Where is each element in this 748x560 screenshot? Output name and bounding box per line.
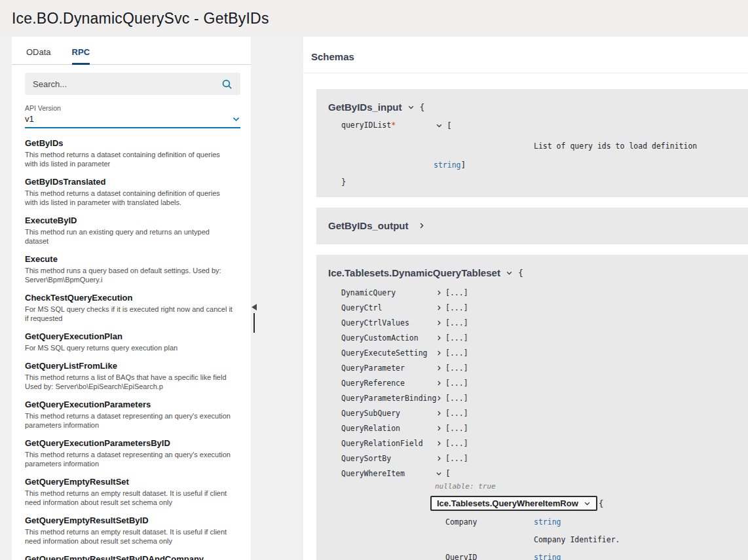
- method-description: This method returns a dataset containing…: [25, 189, 234, 207]
- tab-odata[interactable]: OData: [26, 47, 51, 64]
- tableset-field-row: QueryCtrl [...]: [341, 300, 736, 315]
- chevron-down-icon[interactable]: [584, 500, 591, 507]
- chevron-down-icon[interactable]: [407, 103, 415, 111]
- array-open-bracket: [: [445, 468, 451, 478]
- collapsed-value: [...]: [445, 348, 468, 358]
- collapsed-value: [...]: [445, 379, 468, 388]
- method-item-getbyidstranslated[interactable]: GetByIDsTranslated This method returns a…: [25, 177, 239, 207]
- property-row-queryid: QueryID string: [445, 551, 736, 560]
- search-icon[interactable]: [221, 79, 233, 90]
- method-name[interactable]: GetQueryListFromLike: [25, 361, 239, 371]
- app-header: Ice.BO.DynamicQuerySvc - GetByIDs: [0, 0, 748, 37]
- chevron-right-icon[interactable]: [418, 222, 425, 229]
- property-name: QueryID: [445, 553, 534, 560]
- method-item-getqueryemptyresultsetbyidandcompany[interactable]: GetQueryEmptyResultSetByIDAndCompany Thi…: [25, 554, 239, 560]
- chevron-down-icon[interactable]: [436, 122, 443, 129]
- page-title: Ice.BO.DynamicQuerySvc - GetByIDs: [12, 10, 269, 28]
- chevron-right-icon[interactable]: [436, 455, 442, 462]
- chevron-right-icon[interactable]: [436, 440, 442, 447]
- chevron-right-icon[interactable]: [436, 365, 442, 371]
- row-type-selected-value: Ice.Tablesets.QueryWhereItemRow: [437, 498, 578, 508]
- chevron-down-icon[interactable]: [506, 269, 513, 276]
- method-item-execute[interactable]: Execute This method runs a query based o…: [25, 254, 239, 284]
- method-item-getqueryexecutionplan[interactable]: GetQueryExecutionPlan For MS SQL query r…: [25, 331, 239, 352]
- tableset-field-row: QueryReference [...]: [341, 375, 736, 390]
- method-item-getqueryemptyresultset[interactable]: GetQueryEmptyResultSet This method retur…: [25, 477, 239, 507]
- type-string: string: [434, 160, 461, 170]
- field-description: List of query ids to load definition: [534, 141, 736, 151]
- schema-title-getbyids-output[interactable]: GetByIDs_output: [328, 220, 409, 231]
- chevron-right-icon[interactable]: [436, 335, 442, 341]
- collapsed-value: [...]: [445, 303, 468, 312]
- chevron-right-icon[interactable]: [436, 350, 442, 356]
- method-description: This method returns a dataset containing…: [25, 150, 234, 168]
- method-list: GetByIDs This method returns a dataset c…: [12, 128, 251, 560]
- chevron-right-icon[interactable]: [436, 395, 442, 401]
- chevron-right-icon[interactable]: [436, 289, 442, 296]
- collapsed-value: [...]: [445, 439, 468, 448]
- api-version-label: API Version: [25, 104, 240, 112]
- panel-splitter[interactable]: [252, 304, 257, 333]
- method-name[interactable]: GetQueryEmptyResultSetByIDAndCompany: [25, 554, 239, 560]
- method-item-getqueryemptyresultsetbyid[interactable]: GetQueryEmptyResultSetByID This method r…: [25, 515, 239, 546]
- collapsed-value: [...]: [445, 333, 468, 343]
- tableset-field-row: QuerySortBy [...]: [341, 451, 736, 466]
- tableset-field-row: QueryRelation [...]: [341, 420, 736, 436]
- chevron-down-icon[interactable]: [232, 115, 240, 123]
- chevron-down-icon[interactable]: [436, 470, 442, 477]
- method-item-executebyid[interactable]: ExecuteByID This method run an existing …: [25, 215, 239, 246]
- chevron-right-icon[interactable]: [436, 320, 442, 326]
- nullable-note: nullable: true: [435, 482, 736, 494]
- method-description: This method runs a query based on defaul…: [25, 266, 234, 284]
- tab-rpc[interactable]: RPC: [72, 47, 90, 65]
- panel-gap: [251, 37, 303, 560]
- method-item-getbyids[interactable]: GetByIDs This method returns a dataset c…: [25, 138, 239, 168]
- field-name: QueryExecuteSetting: [341, 348, 436, 358]
- method-item-getquerylistfromlike[interactable]: GetQueryListFromLike This method returns…: [25, 361, 239, 391]
- field-name: QueryRelation: [341, 424, 436, 433]
- chevron-right-icon[interactable]: [436, 425, 442, 432]
- tableset-field-row: DynamicQuery [...]: [341, 285, 736, 300]
- chevron-right-icon[interactable]: [436, 380, 442, 386]
- method-description: This method returns a list of BAQs that …: [25, 373, 234, 391]
- method-name[interactable]: CheckTestQueryExecution: [25, 293, 239, 303]
- method-name[interactable]: GetQueryEmptyResultSetByID: [25, 515, 239, 525]
- collapse-left-icon: [252, 304, 257, 310]
- method-name[interactable]: GetQueryEmptyResultSet: [25, 477, 239, 487]
- method-item-checktestqueryexecution[interactable]: CheckTestQueryExecution For MS SQL query…: [25, 293, 239, 323]
- method-name[interactable]: GetQueryExecutionPlan: [25, 331, 239, 341]
- field-name: QueryParameter: [341, 364, 436, 373]
- required-asterisk: *: [391, 121, 396, 130]
- schema-title-getbyids-input[interactable]: GetByIDs_input: [328, 102, 402, 113]
- tableset-field-row: QueryExecuteSetting [...]: [341, 345, 736, 360]
- collapsed-value: [...]: [445, 409, 468, 418]
- chevron-right-icon[interactable]: [436, 305, 442, 311]
- field-name: DynamicQuery: [341, 288, 436, 297]
- sidebar: OData RPC API Version v1 GetByIDs This m…: [12, 37, 251, 560]
- array-close-bracket: ]: [461, 160, 466, 170]
- schema-box-getbyids-input: GetByIDs_input { queryIDList* [ List of …: [316, 89, 748, 197]
- search-box[interactable]: [25, 73, 240, 95]
- splitter-bar[interactable]: [253, 313, 255, 333]
- method-name[interactable]: Execute: [25, 254, 239, 264]
- api-version-select[interactable]: API Version v1: [25, 104, 240, 128]
- property-row-company: Company string: [445, 515, 736, 529]
- field-queryidlist: queryIDList*: [341, 121, 436, 130]
- method-item-getqueryexecutionparameters[interactable]: GetQueryExecutionParameters This method …: [25, 400, 239, 430]
- row-type-select[interactable]: Ice.Tablesets.QueryWhereItemRow: [430, 496, 597, 511]
- method-name[interactable]: GetQueryExecutionParametersByID: [25, 438, 239, 448]
- content: OData RPC API Version v1 GetByIDs This m…: [0, 37, 748, 560]
- method-name[interactable]: GetByIDs: [25, 138, 239, 148]
- method-name[interactable]: GetQueryExecutionParameters: [25, 400, 239, 409]
- tableset-field-row-querywhereitem: QueryWhereItem [: [341, 466, 736, 481]
- collapsed-value: [...]: [445, 318, 468, 327]
- schema-box-getbyids-output: GetByIDs_output: [316, 208, 748, 244]
- method-name[interactable]: GetByIDsTranslated: [25, 177, 239, 187]
- method-item-getqueryexecutionparametersbyid[interactable]: GetQueryExecutionParametersByID This met…: [25, 438, 239, 468]
- tableset-field-row: QuerySubQuery [...]: [341, 405, 736, 420]
- tab-bar: OData RPC: [12, 37, 251, 65]
- schema-title-dynamicquerytableset[interactable]: Ice.Tablesets.DynamicQueryTableset: [328, 267, 500, 278]
- method-name[interactable]: ExecuteByID: [25, 215, 239, 225]
- search-input[interactable]: [33, 79, 221, 89]
- chevron-right-icon[interactable]: [436, 410, 442, 417]
